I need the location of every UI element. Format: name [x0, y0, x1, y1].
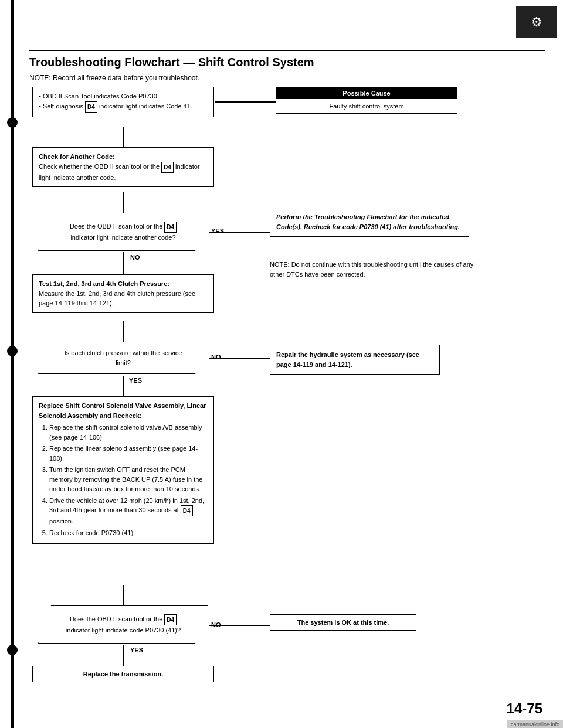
- conn-h3-extend: [217, 625, 270, 626]
- box-test-clutch: Test 1st, 2nd, 3rd and 4th Clutch Pressu…: [32, 274, 214, 313]
- conn-v5: [123, 376, 124, 396]
- d4-badge-4: D4: [181, 505, 193, 516]
- diamond2-text: Is each clutch pressure within the servi…: [59, 348, 187, 368]
- box1-line3: indicator light indicates Code 41.: [99, 103, 192, 110]
- box-initial: • OBD II Scan Tool indicates Code P0730.…: [32, 87, 214, 117]
- box4-item-2: Replace the linear solenoid assembly (se…: [49, 444, 208, 463]
- left-bar: [11, 0, 14, 728]
- conn-h1-extend: [217, 232, 270, 233]
- box4-item-5: Recheck for code P0730 (41).: [49, 528, 208, 538]
- diamond1-no-label: NO: [130, 254, 140, 261]
- diamond1-yes-label: YES: [211, 227, 224, 234]
- perform-flowchart-box: Perform the Troubleshooting Flowchart fo…: [270, 207, 469, 237]
- box3-body: Measure the 1st, 2nd, 3rd and 4th clutch…: [39, 290, 195, 307]
- conn-v4: [123, 321, 124, 342]
- diamond2-yes-label: YES: [129, 377, 142, 384]
- box-check-code: Check for Another Code: Check whether th…: [32, 147, 214, 187]
- conn-h-cause: [215, 101, 276, 103]
- box3-title: Test 1st, 2nd, 3rd and 4th Clutch Pressu…: [39, 280, 169, 287]
- flowchart-area: • OBD II Scan Tool indicates Code P0730.…: [32, 87, 560, 708]
- repair-hydraulic-box: Repair the hydraulic system as necessary…: [270, 345, 440, 375]
- d4-badge-1: D4: [85, 101, 97, 113]
- bullet-circle-3: [7, 645, 18, 655]
- bullet-circle-1: [7, 117, 18, 128]
- box2-title: Check for Another Code:: [39, 153, 115, 160]
- d4-badge-5: D4: [164, 614, 177, 625]
- diamond-1: Does the OBD II scan tool or the D4 indi…: [38, 213, 208, 251]
- box4-item-3: Turn the ignition switch OFF and reset t…: [49, 465, 208, 494]
- honda-logo-icon: ⚙: [531, 15, 542, 30]
- diamond-2: Is each clutch pressure within the servi…: [38, 342, 208, 374]
- bullet-circle-2: [7, 346, 18, 356]
- diamond2-no-label: NO: [211, 353, 221, 360]
- page-header: Troubleshooting Flowchart — Shift Contro…: [29, 50, 545, 69]
- page-title: Troubleshooting Flowchart — Shift Contro…: [29, 56, 314, 69]
- watermark: carmanualonline.info: [507, 720, 563, 728]
- box1-line1: • OBD II Scan Tool indicates Code P0730.: [39, 93, 159, 100]
- box4-list: Replace the shift control solenoid valve…: [39, 423, 208, 538]
- conn-v1: [123, 127, 124, 147]
- conn-v7: [123, 645, 124, 666]
- box5-text: Replace the transmission.: [83, 671, 163, 678]
- page-note: NOTE: Record all freeze data before you …: [29, 74, 545, 82]
- possible-cause-header: Possible Cause: [276, 87, 457, 99]
- box4-item-4: Drive the vehicle at over 12 mph (20 km/…: [49, 496, 208, 526]
- system-ok-text: The system is OK at this time.: [297, 619, 389, 626]
- conn-v6: [123, 585, 124, 605]
- logo-area: ⚙: [516, 6, 557, 38]
- box-replace-solenoid: Replace Shift Control Solenoid Valve Ass…: [32, 396, 214, 544]
- box2-body: Check whether the OBD II scan tool or th…: [39, 163, 160, 170]
- conn-v2: [123, 192, 124, 213]
- perform-note: NOTE: Do not continue with this troubles…: [270, 260, 487, 279]
- d4-badge-2: D4: [161, 162, 174, 173]
- page-number: 14-75: [507, 700, 542, 717]
- repair-hydraulic-text: Repair the hydraulic system as necessary…: [276, 351, 419, 368]
- box-replace-transmission: Replace the transmission.: [32, 666, 214, 682]
- conn-v3: [123, 252, 124, 274]
- d4-badge-3: D4: [164, 222, 177, 233]
- perform-flowchart-text: Perform the Troubleshooting Flowchart fo…: [276, 213, 460, 230]
- diamond3-yes-label: YES: [130, 647, 143, 654]
- diamond3-text: Does the OBD II scan tool or the D4 indi…: [59, 614, 187, 635]
- diamond1-text: Does the OBD II scan tool or the D4 indi…: [59, 222, 187, 243]
- system-ok-box: The system is OK at this time.: [270, 614, 416, 631]
- box4-item-1: Replace the shift control solenoid valve…: [49, 423, 208, 442]
- conn-h2-extend: [217, 358, 270, 359]
- possible-cause-value: Faulty shift control system: [276, 99, 457, 113]
- diamond-3: Does the OBD II scan tool or the D4 indi…: [38, 605, 208, 644]
- box1-line2: • Self-diagnosis D4 indicator light indi…: [39, 103, 192, 110]
- page-container: ⚙ Troubleshooting Flowchart — Shift Cont…: [0, 0, 563, 728]
- box4-title: Replace Shift Control Solenoid Valve Ass…: [39, 401, 208, 420]
- possible-cause-box: Possible Cause Faulty shift control syst…: [276, 87, 457, 114]
